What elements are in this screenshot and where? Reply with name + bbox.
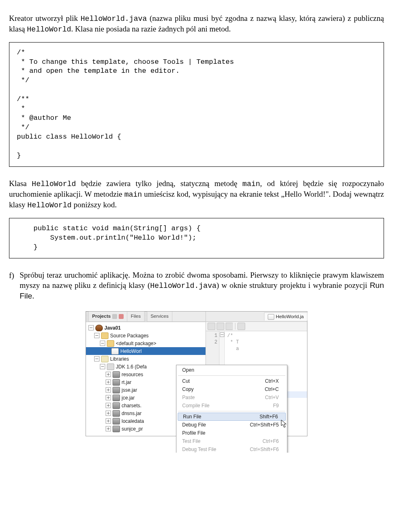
- menu-item-label: Test File: [182, 438, 201, 444]
- tree-label: charsets.: [122, 402, 142, 409]
- tree-label: rt.jar: [122, 379, 131, 386]
- collapse-icon[interactable]: [88, 325, 94, 330]
- toolbar-button[interactable]: [208, 323, 215, 330]
- menu-item-label: Open: [182, 367, 194, 373]
- expand-icon[interactable]: [106, 387, 111, 393]
- expand-icon[interactable]: [106, 403, 111, 408]
- menu-item-open[interactable]: Open: [177, 366, 286, 374]
- tab-files[interactable]: Files: [127, 312, 144, 321]
- code-classname: HelloWorld: [27, 25, 71, 34]
- tree-label: <default package>: [116, 340, 156, 347]
- text: .: [32, 292, 34, 300]
- cursor-icon: [281, 420, 288, 429]
- text: będzie zawiera tylko jedną, statyczną me…: [76, 179, 242, 188]
- jar-icon: [113, 418, 120, 424]
- collapse-icon[interactable]: [100, 364, 105, 369]
- jar-icon: [113, 371, 120, 378]
- package-folder-icon: [101, 332, 108, 339]
- tab-services[interactable]: Services: [147, 312, 172, 321]
- collapse-icon[interactable]: [100, 341, 105, 346]
- tree-label: resources: [122, 371, 143, 378]
- tree-label: HelloWorl: [120, 348, 142, 355]
- context-menu[interactable]: Open CutCtrl+X CopyCtrl+C PasteCtrl+V Co…: [176, 365, 287, 453]
- tree-label: jce.jar: [122, 395, 135, 401]
- left-tabbar: Projects Files Services: [86, 312, 206, 322]
- tree-node-source-packages[interactable]: Source Packages: [86, 332, 206, 339]
- expand-icon[interactable]: [106, 426, 111, 431]
- code-line: [227, 352, 307, 359]
- code-line: a: [227, 346, 307, 352]
- tree-label: localedata: [122, 418, 144, 424]
- menu-item-shortcut: Ctrl+F6: [262, 438, 279, 444]
- toolbar-button[interactable]: [237, 323, 245, 330]
- editor-tabbar: HelloWorld.ja: [206, 312, 307, 322]
- text: ) w oknie struktury projektu i wybranie …: [217, 281, 370, 290]
- list-item-f: f) Spróbuj teraz uruchomić aplikację. Mo…: [9, 270, 384, 302]
- tree-node-helloworld-java[interactable]: HelloWorl: [86, 347, 206, 355]
- code-line: /*: [227, 332, 307, 339]
- expand-icon[interactable]: [106, 411, 111, 416]
- tree-node-project[interactable]: Java01: [86, 324, 206, 332]
- menu-item-label: Paste: [182, 394, 195, 401]
- menu-item-run-file[interactable]: Run FileShift+F6: [178, 413, 286, 421]
- menu-item-copy[interactable]: CopyCtrl+C: [177, 385, 286, 393]
- jar-icon: [113, 426, 120, 432]
- jar-icon: [113, 395, 120, 401]
- code-method: main: [242, 180, 260, 188]
- tab-label: Projects: [92, 313, 111, 320]
- text: . Klasa nie posiada na razie żadnych pól…: [71, 25, 231, 33]
- java-file-icon: [268, 314, 274, 320]
- fold-toggle-icon[interactable]: [220, 332, 224, 337]
- collapse-icon[interactable]: [94, 356, 99, 361]
- menu-item-cut[interactable]: CutCtrl+X: [177, 377, 286, 385]
- ide-screenshot: Projects Files Services Java01: [9, 311, 384, 436]
- list-body: Spróbuj teraz uruchomić aplikację. Można…: [20, 270, 384, 302]
- editor-tab-helloworld[interactable]: HelloWorld.ja: [264, 312, 307, 321]
- code-classname: HelloWorld: [32, 180, 76, 188]
- tab-label: Services: [151, 313, 169, 320]
- expand-icon[interactable]: [106, 379, 111, 385]
- expand-icon[interactable]: [106, 395, 111, 400]
- java-file-icon: [111, 348, 119, 355]
- tree-label: Libraries: [110, 356, 129, 362]
- tab-pin-icon[interactable]: [112, 314, 117, 319]
- code-filename: HelloWorld.java: [81, 15, 147, 23]
- tree-label: jsse.jar: [122, 387, 137, 393]
- menu-item-shortcut: Ctrl+Shift+F5: [250, 422, 279, 428]
- menu-item-label: Debug Test File: [182, 446, 216, 453]
- menu-item-shortcut: Ctrl+Shift+F6: [250, 446, 279, 453]
- paragraph-main: Klasa HelloWorld będzie zawiera tylko je…: [9, 178, 384, 211]
- tree-node-default-package[interactable]: <default package>: [86, 339, 206, 347]
- menu-item-debug-test-file: Debug Test FileCtrl+Shift+F6: [177, 445, 286, 453]
- tab-label: Files: [131, 313, 140, 320]
- jar-icon: [113, 379, 120, 386]
- text: poniższy kod.: [72, 200, 117, 209]
- jar-icon: [113, 387, 120, 393]
- menu-item-shortcut: Ctrl+X: [265, 378, 279, 384]
- expand-icon[interactable]: [106, 418, 111, 424]
- libraries-icon: [101, 356, 108, 362]
- tree-node-libraries[interactable]: Libraries: [86, 355, 206, 363]
- tree-label: sunjce_pr: [122, 426, 143, 432]
- tree-label: JDK 1.6 (Defa: [116, 364, 147, 370]
- code-method: main: [124, 191, 142, 199]
- menu-item-shortcut: Ctrl+V: [265, 394, 279, 401]
- menu-item-label: Cut: [182, 378, 190, 384]
- package-icon: [107, 340, 114, 347]
- code-box-main: public static void main(String[] args) {…: [9, 218, 384, 258]
- collapse-icon[interactable]: [94, 333, 99, 338]
- tree-label: Java01: [104, 325, 121, 331]
- menu-item-profile-file[interactable]: Profile File: [177, 429, 286, 437]
- menu-item-label: Compile File: [182, 402, 210, 409]
- tab-projects[interactable]: Projects: [89, 312, 127, 321]
- toolbar-button[interactable]: [217, 323, 224, 330]
- menu-item-debug-file[interactable]: Debug FileCtrl+Shift+F5: [177, 421, 286, 429]
- expand-icon[interactable]: [106, 372, 111, 377]
- text: Kreator utworzył plik: [9, 14, 81, 22]
- menu-item-label: Debug File: [182, 422, 206, 428]
- tab-close-icon[interactable]: [119, 314, 124, 319]
- menu-item-compile-file: Compile FileF9: [177, 402, 286, 410]
- toolbar-button[interactable]: [226, 323, 233, 330]
- code-line: * T: [227, 339, 307, 346]
- text: Klasa: [9, 179, 32, 188]
